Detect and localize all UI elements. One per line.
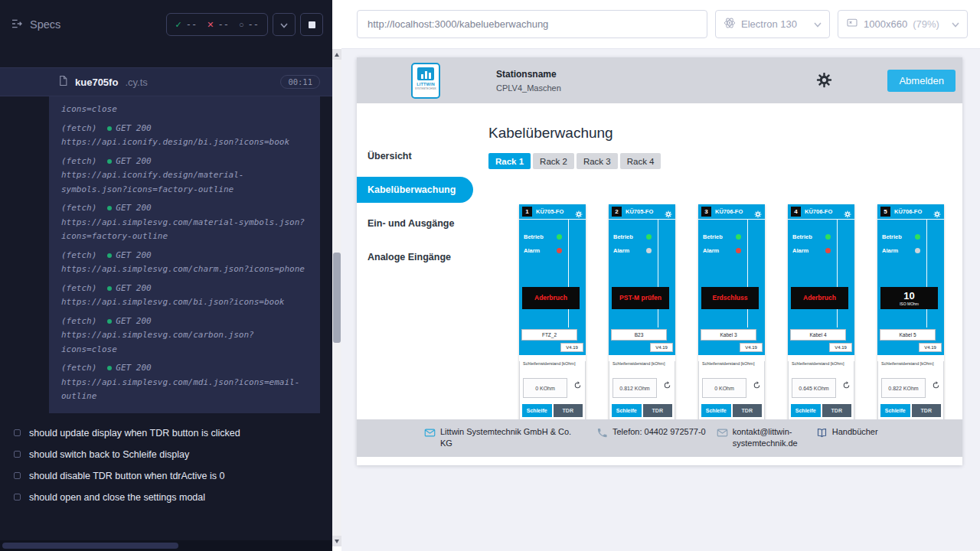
log-entry[interactable]: (fetch) GET 200 https://api.simplesvg.co…: [61, 201, 308, 244]
log-overflow-line: icons=close: [61, 103, 308, 117]
cable-name: Kabel 3: [701, 329, 756, 341]
log-entry[interactable]: (fetch) GET 200 https://api.simplesvg.co…: [61, 282, 308, 310]
fetch-method: (fetch): [61, 122, 96, 136]
resistance-value: 0 KOhm: [523, 378, 567, 398]
email-text[interactable]: kontakt@littwin-systemtechnik.de: [733, 426, 805, 449]
scrollbar-thumb[interactable]: [2, 543, 178, 549]
collapse-button[interactable]: [273, 13, 296, 36]
footer-company: Littwin Systemtechnik GmbH & Co. KG: [424, 426, 586, 449]
card-number: 5: [880, 207, 890, 217]
log-entry[interactable]: (fetch) GET 200 https://api.simplesvg.co…: [61, 315, 308, 357]
firmware-version: V4.19: [650, 343, 673, 352]
scrollbar-track[interactable]: [332, 49, 341, 546]
card-divider: [837, 220, 838, 328]
rack-tab[interactable]: Rack 1: [488, 153, 531, 169]
status-display: 10 ISO MOhm: [880, 287, 938, 309]
cable-name: Kabel 5: [880, 329, 936, 341]
viewport-select[interactable]: 1000x660 (79%): [838, 10, 968, 38]
schleife-button[interactable]: Schleife: [880, 404, 910, 417]
log-entry[interactable]: (fetch) GET 200 https://api.iconify.desi…: [61, 122, 308, 150]
test-item[interactable]: should open and close the settings modal: [14, 487, 325, 508]
log-entry[interactable]: (fetch) GET 200 https://api.simplesvg.co…: [61, 361, 308, 404]
status-alarm-text: Erdschluss: [712, 295, 749, 302]
tdr-button[interactable]: TDR: [912, 404, 942, 417]
gear-icon[interactable]: [933, 207, 941, 221]
card-display: 1 KÜ705-FO Betrieb: [519, 204, 586, 355]
status-dot-icon: [107, 286, 112, 291]
schleife-button[interactable]: Schleife: [612, 404, 642, 417]
test-item[interactable]: should disable TDR button when tdrActive…: [14, 465, 325, 487]
manuals-link[interactable]: Handbücher: [832, 426, 878, 442]
test-item[interactable]: should update display when TDR button is…: [14, 422, 325, 444]
spec-file-bar[interactable]: kue705fo .cy.ts 00:11: [0, 67, 332, 96]
scroll-down-button[interactable]: [332, 536, 341, 546]
refresh-icon[interactable]: [573, 381, 582, 390]
rack-tab[interactable]: Rack 2: [533, 153, 574, 169]
device-card: 1 KÜ705-FO Betrieb: [519, 204, 586, 419]
resistance-value: 0 KOhm: [702, 378, 746, 398]
stat-passed: ✓ --: [175, 19, 198, 30]
scroll-up-button[interactable]: [332, 49, 341, 60]
test-item[interactable]: should switch back to Schleife display: [14, 444, 325, 465]
card-display: 5 KÜ706-FO Betrieb: [877, 204, 944, 355]
schleife-button[interactable]: Schleife: [791, 404, 821, 417]
tdr-button[interactable]: TDR: [643, 404, 673, 417]
status-display: PST-M prüfen: [612, 287, 669, 309]
settings-gear-icon[interactable]: [816, 72, 832, 91]
screen: Specs ✓ -- ✕ -- ○ --: [0, 0, 980, 551]
chevron-down-icon: [280, 19, 288, 31]
alarm-led: [825, 248, 831, 253]
log-entry[interactable]: (fetch) GET 200 https://api.iconify.desi…: [61, 155, 308, 197]
tdr-button[interactable]: TDR: [554, 404, 583, 417]
stage: http://localhost:3000/kabelueberwachung …: [341, 0, 980, 551]
nav-item[interactable]: Kabelüberwachung: [357, 177, 473, 203]
alarm-label: Alarm: [792, 247, 808, 254]
card-controls: Schleifenwiderstand [kOhm] 0 KOhm Schlei…: [698, 361, 765, 419]
log-entry-head: (fetch) GET 200: [61, 282, 308, 296]
refresh-icon[interactable]: [932, 381, 940, 390]
check-icon: ✓: [175, 20, 182, 30]
scrollbar-thumb[interactable]: [333, 253, 341, 343]
gear-icon[interactable]: [754, 207, 762, 221]
tdr-button[interactable]: TDR: [822, 404, 852, 417]
vertical-scrollbar[interactable]: [332, 0, 341, 551]
alarm-label: Alarm: [703, 247, 719, 254]
nav-item[interactable]: Analoge Eingänge: [357, 244, 473, 270]
logout-button[interactable]: Abmelden: [887, 70, 956, 92]
refresh-icon[interactable]: [663, 381, 671, 390]
browser-select[interactable]: Electron 130: [715, 10, 830, 38]
specs-menu-button[interactable]: Specs: [11, 18, 60, 32]
rack-tab[interactable]: Rack 3: [577, 153, 618, 169]
nav-item[interactable]: Übersicht: [357, 143, 473, 169]
reporter-controls: ✓ -- ✕ -- ○ --: [166, 13, 323, 36]
log-entry-head: (fetch) GET 200: [61, 155, 308, 169]
rack-tab[interactable]: Rack 4: [620, 153, 662, 169]
browser-toolbar: http://localhost:3000/kabelueberwachung …: [341, 0, 980, 49]
refresh-icon[interactable]: [842, 381, 851, 390]
gear-icon[interactable]: [665, 207, 672, 221]
alarm-label: Alarm: [524, 247, 540, 254]
status-dot-icon: [107, 159, 112, 164]
url-bar[interactable]: http://localhost:3000/kabelueberwachung: [357, 10, 707, 38]
status-code: GET 200: [116, 201, 151, 216]
tdr-button[interactable]: TDR: [733, 404, 763, 417]
nav-item[interactable]: Ein- und Ausgänge: [357, 210, 473, 236]
gear-icon[interactable]: [575, 207, 583, 221]
status-dot-icon: [107, 206, 112, 210]
status-code: GET 200: [116, 361, 151, 376]
stop-button[interactable]: [300, 13, 323, 36]
station-name: CPLV4_Maschen: [496, 83, 561, 93]
log-entry[interactable]: (fetch) GET 200 https://api.simplesvg.co…: [61, 249, 308, 277]
horizontal-scrollbar[interactable]: [0, 540, 332, 551]
schleife-button[interactable]: Schleife: [701, 404, 731, 417]
card-divider: [926, 220, 927, 328]
schleife-button[interactable]: Schleife: [522, 404, 552, 417]
test-title: should disable TDR button when tdrActive…: [29, 471, 224, 481]
gear-icon[interactable]: [844, 207, 851, 221]
book-icon: [816, 427, 828, 442]
envelope-icon: [717, 427, 728, 449]
loop-resistance-label: Schleifenwiderstand [kOhm]: [523, 361, 585, 366]
loop-resistance-label: Schleifenwiderstand [kOhm]: [792, 361, 854, 366]
status-display: Erdschluss: [701, 287, 759, 309]
refresh-icon[interactable]: [753, 381, 761, 390]
